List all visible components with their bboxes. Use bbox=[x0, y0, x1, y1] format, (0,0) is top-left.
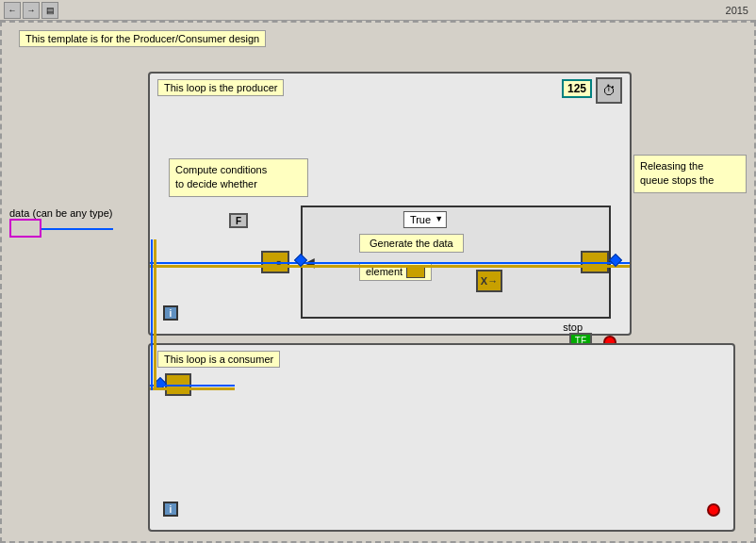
numeric-125[interactable]: 125 bbox=[562, 79, 592, 98]
title-bar: ← → ▤ 2015 bbox=[0, 0, 756, 21]
wire-consumer-yellow bbox=[150, 387, 235, 390]
producer-loop-label: This loop is the producer bbox=[157, 79, 284, 96]
data-input-terminal[interactable] bbox=[9, 219, 41, 238]
view-icon[interactable]: ▤ bbox=[41, 2, 58, 19]
forward-icon[interactable]: → bbox=[23, 2, 40, 19]
consumer-loop: This loop is a consumer ◀ No Error This … bbox=[148, 343, 735, 532]
template-description: This template is for the Producer/Consum… bbox=[19, 30, 266, 47]
data-type-label: data (can be any type) bbox=[9, 207, 112, 219]
producer-loop: This loop is the producer 125 ⏱ Compute … bbox=[148, 72, 632, 336]
x-block[interactable]: X→ bbox=[476, 270, 502, 292]
toolbar-icons: ← → ▤ bbox=[4, 2, 58, 19]
consumer-stop-indicator bbox=[707, 503, 720, 517]
year-label: 2015 bbox=[726, 5, 748, 16]
generate-data-box: Generate the data bbox=[359, 234, 464, 253]
iter-index-consumer: i bbox=[163, 502, 178, 517]
case-selector[interactable]: True bbox=[403, 211, 447, 228]
consumer-loop-label: This loop is a consumer bbox=[157, 351, 280, 368]
releasing-note: Releasing the queue stops the bbox=[633, 155, 747, 193]
wire-vertical-yellow bbox=[154, 239, 156, 390]
compute-conditions-box: Compute conditions to decide whether bbox=[169, 158, 308, 197]
wire-yellow-top bbox=[150, 265, 630, 268]
f-block[interactable]: F bbox=[229, 213, 248, 228]
wire-data-top bbox=[150, 262, 630, 264]
stop-label: stop bbox=[563, 321, 583, 333]
wire-consumer-blue bbox=[150, 385, 235, 387]
right-tunnel bbox=[611, 255, 620, 265]
wire-vertical-blue bbox=[151, 239, 153, 390]
back-icon[interactable]: ← bbox=[4, 2, 21, 19]
left-tunnel-diamond bbox=[296, 255, 305, 265]
timer-icon[interactable]: ⏱ bbox=[596, 77, 622, 104]
wire-blue-left bbox=[41, 228, 113, 230]
iter-index-producer: i bbox=[163, 305, 178, 321]
main-canvas: This template is for the Producer/Consum… bbox=[0, 21, 756, 543]
